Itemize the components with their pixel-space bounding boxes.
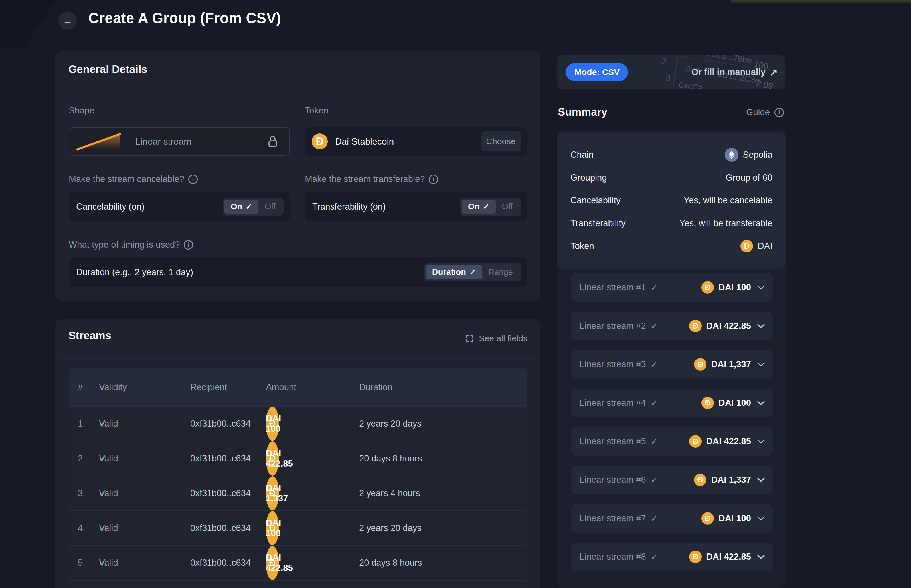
check-icon: ✓ [651, 552, 658, 562]
summary-panel: Chain Sepolia Grouping Group of 60 Cance… [557, 130, 786, 588]
check-icon: ✓ [99, 441, 107, 476]
summary-row-transferability: Transferability Yes, will be transferabl… [570, 215, 772, 232]
timing-question: What type of timing is used? [69, 239, 193, 250]
transferability-on-button[interactable]: On ✓ [462, 200, 496, 214]
linear-stream-chart-icon [74, 131, 123, 152]
table-row-partial [69, 580, 527, 588]
summary-row-cancelability: Cancelability Yes, will be cancelable [570, 192, 772, 209]
dai-token-icon: Đ [689, 320, 702, 332]
stream-item-3[interactable]: Linear stream #3✓ ĐDAI 1,337 [571, 350, 773, 379]
chevron-down-icon [757, 516, 765, 521]
cancelability-field-label: Cancelability (on) [76, 202, 223, 212]
transferability-card: Transferability (on) On ✓ Off [305, 192, 527, 221]
general-details-panel: General Details Shape Token Linear strea… [55, 51, 541, 301]
ghost-text: 2 [661, 56, 667, 66]
check-icon: ✓ [99, 546, 107, 580]
mode-csv-pill[interactable]: Mode: CSV [566, 63, 628, 81]
dai-token-icon: Đ [312, 134, 328, 149]
stream-item-5[interactable]: Linear stream #5✓ ĐDAI 422.85 [571, 427, 773, 456]
col-amount: Amount [266, 368, 296, 406]
timing-duration-button[interactable]: Duration ✓ [426, 265, 482, 279]
timing-toggle: Duration ✓ Range [424, 263, 521, 281]
info-icon[interactable] [188, 174, 198, 184]
col-duration: Duration [359, 368, 393, 406]
connector-line [634, 71, 686, 73]
table-row: 1. Valid✓ 0xf31b00..c634 ĐDAI 100 2 year… [69, 406, 527, 441]
stream-item-4[interactable]: Linear stream #4✓ ĐDAI 100 [571, 389, 773, 417]
table-row: 5. Valid✓ 0xf31b00..c634 ĐDAI 422.85 20 … [69, 545, 527, 580]
check-icon: ✓ [651, 359, 658, 370]
dai-token-icon: Đ [701, 397, 714, 409]
chevron-down-icon [757, 554, 765, 559]
info-icon[interactable] [429, 174, 438, 184]
chevron-down-icon [757, 439, 765, 444]
timing-field-label: Duration (e.g., 2 years, 1 day) [76, 267, 424, 278]
stream-item-8[interactable]: Linear stream #8✓ ĐDAI 422.85 [571, 543, 773, 571]
stream-item-1[interactable]: Linear stream #1✓ ĐDAI 100 [571, 273, 773, 302]
lock-icon [267, 135, 278, 148]
col-recipient: Recipient [190, 368, 227, 406]
back-arrow-icon: ← [63, 15, 73, 26]
see-all-fields-button[interactable]: See all fields [465, 334, 527, 343]
summary-row-grouping: Grouping Group of 60 [570, 169, 772, 186]
check-icon: ✓ [99, 511, 107, 545]
col-number: # [78, 368, 83, 406]
summary-row-chain: Chain Sepolia [570, 146, 772, 163]
shape-field[interactable]: Linear stream [69, 127, 290, 156]
summary-title: Summary [558, 106, 607, 118]
stream-item-2[interactable]: Linear stream #2✓ ĐDAI 422.85 [571, 312, 773, 340]
check-icon: ✓ [651, 436, 658, 447]
check-icon: ✓ [651, 475, 658, 485]
check-icon: ✓ [651, 282, 658, 293]
check-icon: ✓ [483, 202, 489, 211]
token-value: Dai Stablecoin [335, 136, 481, 147]
cancelability-on-button[interactable]: On ✓ [225, 200, 258, 214]
chevron-down-icon [757, 401, 765, 405]
guide-link[interactable]: Guide [746, 107, 784, 118]
timing-range-button[interactable]: Range [482, 265, 519, 279]
summary-row-token: Token Đ DAI [570, 237, 772, 255]
ghost-text: 3 [665, 73, 671, 83]
expand-icon [465, 334, 474, 343]
chevron-down-icon [757, 285, 765, 290]
check-icon: ✓ [99, 476, 107, 510]
token-field: Đ Dai Stablecoin Choose [305, 127, 527, 156]
timing-card: Duration (e.g., 2 years, 1 day) Duration… [69, 257, 527, 287]
general-details-title: General Details [68, 63, 147, 76]
check-icon: ✓ [470, 268, 476, 277]
choose-token-button[interactable]: Choose [481, 131, 521, 152]
chevron-down-icon [757, 477, 765, 483]
shape-label: Shape [69, 105, 94, 116]
arrow-up-right-icon: ↗ [769, 66, 778, 78]
dai-token-icon: Đ [701, 512, 714, 525]
check-icon: ✓ [651, 321, 658, 331]
check-icon: ✓ [99, 407, 107, 441]
sepolia-chain-icon [725, 148, 738, 162]
table-row: 4. Valid✓ 0xf31b00..c634 ĐDAI 100 2 year… [69, 510, 527, 545]
streams-table: # Validity Recipient Amount Duration 1. … [69, 368, 527, 588]
cancelability-off-button[interactable]: Off [258, 200, 282, 214]
summary-details-card: Chain Sepolia Grouping Group of 60 Cance… [557, 132, 786, 269]
page-title: Create A Group (From CSV) [89, 10, 281, 26]
stream-item-6[interactable]: Linear stream #6✓ ĐDAI 1,337 [571, 466, 773, 494]
fill-manually-link[interactable]: Or fill in manually ↗ [691, 55, 778, 89]
check-icon: ✓ [651, 513, 658, 524]
transferability-toggle: On ✓ Off [460, 198, 521, 216]
back-button[interactable]: ← [58, 11, 77, 30]
stream-item-7[interactable]: Linear stream #7✓ ĐDAI 100 [571, 504, 773, 533]
chevron-down-icon [757, 323, 765, 328]
transferability-off-button[interactable]: Off [496, 200, 519, 214]
mode-bar: 2 3 ...bcd...78be 100 0xA... ab1...2C3e … [557, 55, 785, 89]
table-header: # Validity Recipient Amount Duration [69, 368, 527, 406]
cancelability-toggle: On ✓ Off [223, 198, 284, 216]
col-validity: Validity [99, 368, 127, 406]
table-row: 2. Valid✓ 0xf31b00..c634 ĐDAI 422.85 20 … [69, 441, 527, 476]
dai-token-icon: Đ [694, 474, 706, 486]
token-label: Token [305, 105, 329, 116]
info-icon[interactable] [184, 240, 193, 249]
check-icon: ✓ [651, 398, 658, 408]
table-row: 3. Valid✓ 0xf31b00..c634 ĐDAI 1,337 2 ye… [69, 476, 527, 510]
dai-token-icon: Đ [689, 551, 702, 563]
dai-token-icon: Đ [701, 281, 714, 294]
transferable-question: Make the stream transferable? [305, 174, 438, 184]
